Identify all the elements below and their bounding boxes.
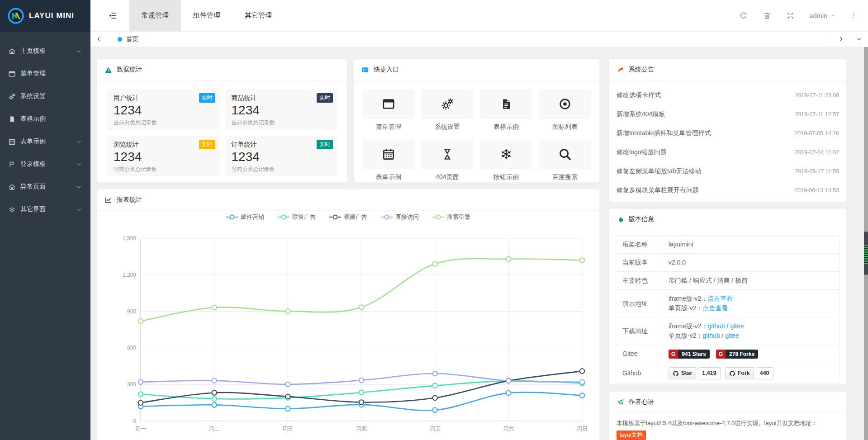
legend-marker-icon	[278, 214, 289, 220]
sidebar-item-5[interactable]: 登录模板	[0, 153, 90, 175]
panel-title: 报表统计	[117, 196, 142, 204]
tabs-scroll-left-icon[interactable]	[90, 32, 107, 47]
card-icon	[361, 66, 369, 74]
left-column: 数据统计 用户统计1234当前分类总记录数实时商品统计1234当前分类总记录数实…	[97, 59, 600, 440]
dot-circle-icon	[539, 89, 591, 119]
layui-doc-badge[interactable]: layui文档	[617, 431, 646, 440]
sidebar-item-0[interactable]: 主页模板	[0, 40, 90, 62]
announcement-date: 2019-07-04 11:02	[795, 149, 839, 156]
more-vertical-icon[interactable]	[850, 11, 857, 20]
quick-entry-1[interactable]: 系统设置	[421, 89, 474, 131]
top-header: 常规管理组件管理其它管理 admin	[90, 0, 868, 32]
legend-item-4[interactable]: 搜索引擎	[432, 213, 470, 221]
svg-text:周五: 周五	[430, 426, 441, 432]
version-row-label: Gitee	[616, 345, 662, 363]
top-nav-tab-2[interactable]: 其它管理	[232, 0, 284, 31]
top-nav-tab-1[interactable]: 组件管理	[181, 0, 232, 31]
sidebar-item-6[interactable]: 异常页面	[0, 175, 90, 198]
panel-title: 版本信息	[629, 215, 654, 223]
version-row-label: 当前版本	[616, 254, 662, 272]
stat-desc: 当前分类总记录数	[232, 166, 331, 173]
quick-entry-6[interactable]: 按钮示例	[480, 139, 532, 181]
fullscreen-icon[interactable]	[786, 11, 795, 20]
quick-entry-grid: 菜单管理系统设置表格示例图标列表表单示例404页面按钮示例百度搜索	[354, 80, 599, 183]
collapse-sidebar-icon[interactable]	[103, 0, 122, 31]
version-row-label: 下载地址	[616, 317, 662, 345]
svg-text:300: 300	[127, 381, 136, 388]
quick-entry-4[interactable]: 表单示例	[362, 139, 415, 181]
gitee-badge[interactable]: G941 Stars	[669, 350, 710, 359]
stat-card-3: 订单统计1234当前分类总记录数实时	[225, 136, 337, 176]
sidebar-item-1[interactable]: 菜单管理	[0, 62, 90, 85]
author-words-body: 本模板基于layui2.5.4以及font-awesome-4.7.0进行实现。…	[609, 413, 846, 440]
announcement-text: 修复左侧菜单缩放tab无法移动	[617, 167, 701, 175]
chart-legend: 邮件营销联盟广告视频广告直接访问搜索引擎	[97, 211, 599, 223]
github-badge[interactable]: Fork440	[725, 367, 773, 379]
github-badge[interactable]: Star1,419	[669, 367, 721, 379]
version-row-1: 当前版本v2.0.0	[616, 254, 840, 272]
sidebar-item-label: 菜单管理	[20, 70, 46, 78]
realtime-badge: 实时	[317, 93, 333, 103]
quick-entry-7[interactable]: 百度搜索	[539, 139, 591, 181]
version-link[interactable]: gitee	[730, 322, 744, 330]
stat-label: 商品统计	[232, 94, 331, 102]
version-link[interactable]: gitee	[725, 332, 739, 339]
legend-item-3[interactable]: 直接访问	[381, 213, 419, 221]
page-content: 数据统计 用户统计1234当前分类总记录数实时商品统计1234当前分类总记录数实…	[90, 47, 868, 440]
refresh-icon[interactable]	[739, 11, 748, 20]
warning-icon	[104, 66, 112, 74]
quick-entry-2[interactable]: 表格示例	[480, 89, 532, 131]
panel-title: 作者心语	[629, 398, 654, 406]
chevron-down-icon	[76, 206, 82, 213]
legend-marker-icon	[381, 214, 393, 220]
author-paragraph: 本模板基于layui2.5.4以及font-awesome-4.7.0进行实现。…	[617, 417, 839, 429]
version-row-label: 演示地址	[616, 290, 662, 317]
gitee-badge[interactable]: G278 Forks	[716, 350, 758, 359]
announcement-text: 新增系统404模板	[617, 110, 665, 118]
quick-entry-5[interactable]: 404页面	[421, 139, 474, 181]
version-link[interactable]: github	[702, 332, 720, 339]
version-link[interactable]: github	[707, 322, 725, 330]
top-nav-tabs: 常规管理组件管理其它管理	[129, 0, 284, 31]
sidebar-item-label: 登录模板	[20, 160, 46, 168]
sidebar-item-4[interactable]: 表单示例	[0, 130, 90, 153]
chevron-down-icon	[76, 138, 82, 145]
panel-title: 系统公告	[629, 66, 654, 74]
data-statistics-panel: 数据统计 用户统计1234当前分类总记录数实时商品统计1234当前分类总记录数实…	[97, 59, 347, 183]
author-words-panel: 作者心语 本模板基于layui2.5.4以及font-awesome-4.7.0…	[609, 391, 847, 440]
top-nav-tab-0[interactable]: 常规管理	[129, 0, 181, 31]
file-icon	[480, 89, 532, 119]
legend-item-0[interactable]: 邮件营销	[226, 213, 264, 221]
sidebar: LAYUI MINI 主页模板菜单管理系统设置表格示例表单示例登录模板异常页面其…	[0, 0, 90, 440]
quick-entry-label: 表单示例	[362, 173, 415, 181]
sidebar-item-3[interactable]: 表格示例	[0, 108, 90, 130]
scrollbar-thumb[interactable]	[864, 232, 868, 275]
stat-card-0: 用户统计1234当前分类总记录数实时	[107, 89, 219, 130]
stat-value: 1234	[114, 103, 213, 118]
announcement-date: 2019-06-13 14:53	[794, 187, 839, 194]
svg-text:周四: 周四	[356, 426, 367, 432]
announcement-row-1: 新增系统404模板2019-07-11 12:57	[617, 105, 839, 124]
legend-marker-icon	[432, 214, 444, 220]
quick-entry-3[interactable]: 图标列表	[539, 89, 591, 131]
tab-home[interactable]: 首页	[107, 32, 149, 47]
version-link[interactable]: 点击查看	[702, 304, 728, 312]
chevron-down-icon	[76, 48, 82, 55]
announcement-date: 2019-06-17 11:55	[795, 168, 839, 175]
sidebar-item-label: 表格示例	[20, 115, 46, 123]
sidebar-item-7[interactable]: 其它界面	[0, 198, 90, 221]
realtime-badge: 实时	[199, 93, 215, 103]
legend-item-2[interactable]: 视频广告	[329, 213, 367, 221]
quick-entry-0[interactable]: 菜单管理	[362, 89, 415, 131]
scrollbar-track[interactable]	[864, 47, 868, 440]
tabs-scroll-right-icon[interactable]	[832, 32, 850, 47]
sidebar-item-2[interactable]: 系统设置	[0, 85, 90, 108]
legend-item-1[interactable]: 联盟广告	[278, 213, 316, 221]
version-link[interactable]: 点击查看	[707, 295, 733, 302]
logo[interactable]: LAYUI MINI	[0, 0, 90, 32]
version-value: layuimini	[669, 241, 693, 248]
trash-icon[interactable]	[763, 11, 771, 20]
stat-desc: 当前分类总记录数	[232, 119, 331, 127]
user-menu[interactable]: admin	[810, 12, 836, 19]
tabs-menu-icon[interactable]	[850, 32, 868, 47]
